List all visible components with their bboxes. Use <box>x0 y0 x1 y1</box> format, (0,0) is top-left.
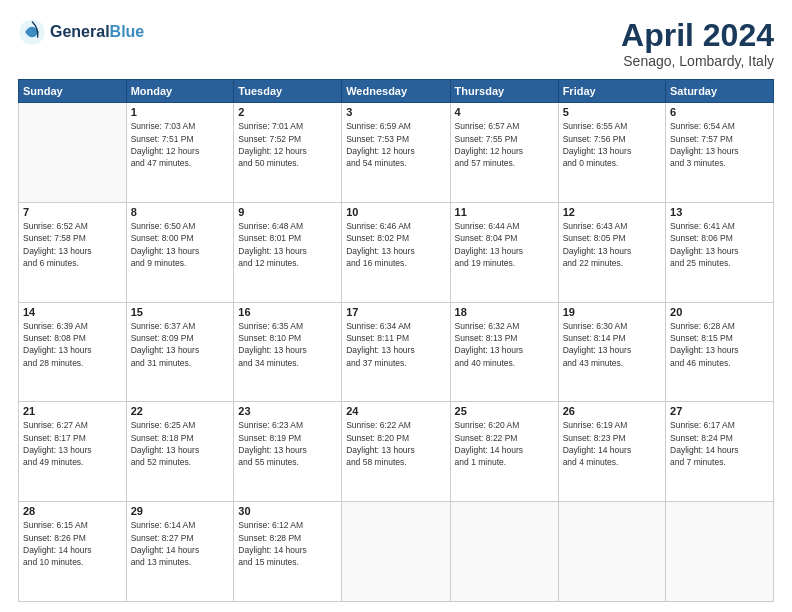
day-number: 2 <box>238 106 337 118</box>
day-info: Sunrise: 6:15 AMSunset: 8:26 PMDaylight:… <box>23 519 122 568</box>
calendar-cell: 1Sunrise: 7:03 AMSunset: 7:51 PMDaylight… <box>126 103 234 203</box>
logo: GeneralBlue <box>18 18 144 46</box>
col-wednesday: Wednesday <box>342 80 450 103</box>
calendar-cell: 19Sunrise: 6:30 AMSunset: 8:14 PMDayligh… <box>558 302 665 402</box>
day-number: 28 <box>23 505 122 517</box>
day-number: 3 <box>346 106 445 118</box>
day-number: 14 <box>23 306 122 318</box>
day-info: Sunrise: 6:19 AMSunset: 8:23 PMDaylight:… <box>563 419 661 468</box>
day-number: 22 <box>131 405 230 417</box>
week-row-2: 14Sunrise: 6:39 AMSunset: 8:08 PMDayligh… <box>19 302 774 402</box>
calendar-cell: 20Sunrise: 6:28 AMSunset: 8:15 PMDayligh… <box>666 302 774 402</box>
page: GeneralBlue April 2024 Senago, Lombardy,… <box>0 0 792 612</box>
calendar-cell: 15Sunrise: 6:37 AMSunset: 8:09 PMDayligh… <box>126 302 234 402</box>
col-tuesday: Tuesday <box>234 80 342 103</box>
calendar-header-row: Sunday Monday Tuesday Wednesday Thursday… <box>19 80 774 103</box>
day-number: 5 <box>563 106 661 118</box>
col-friday: Friday <box>558 80 665 103</box>
calendar-cell: 29Sunrise: 6:14 AMSunset: 8:27 PMDayligh… <box>126 502 234 602</box>
day-number: 17 <box>346 306 445 318</box>
day-info: Sunrise: 6:44 AMSunset: 8:04 PMDaylight:… <box>455 220 554 269</box>
calendar-cell: 7Sunrise: 6:52 AMSunset: 7:58 PMDaylight… <box>19 202 127 302</box>
calendar-cell: 13Sunrise: 6:41 AMSunset: 8:06 PMDayligh… <box>666 202 774 302</box>
day-number: 23 <box>238 405 337 417</box>
day-info: Sunrise: 6:25 AMSunset: 8:18 PMDaylight:… <box>131 419 230 468</box>
subtitle: Senago, Lombardy, Italy <box>621 53 774 69</box>
day-info: Sunrise: 6:20 AMSunset: 8:22 PMDaylight:… <box>455 419 554 468</box>
day-info: Sunrise: 6:46 AMSunset: 8:02 PMDaylight:… <box>346 220 445 269</box>
day-number: 29 <box>131 505 230 517</box>
day-number: 10 <box>346 206 445 218</box>
col-saturday: Saturday <box>666 80 774 103</box>
calendar-cell: 10Sunrise: 6:46 AMSunset: 8:02 PMDayligh… <box>342 202 450 302</box>
day-number: 21 <box>23 405 122 417</box>
calendar-cell <box>450 502 558 602</box>
day-info: Sunrise: 6:14 AMSunset: 8:27 PMDaylight:… <box>131 519 230 568</box>
calendar-cell: 21Sunrise: 6:27 AMSunset: 8:17 PMDayligh… <box>19 402 127 502</box>
col-sunday: Sunday <box>19 80 127 103</box>
day-info: Sunrise: 6:41 AMSunset: 8:06 PMDaylight:… <box>670 220 769 269</box>
title-block: April 2024 Senago, Lombardy, Italy <box>621 18 774 69</box>
calendar-cell: 14Sunrise: 6:39 AMSunset: 8:08 PMDayligh… <box>19 302 127 402</box>
day-number: 15 <box>131 306 230 318</box>
day-info: Sunrise: 7:01 AMSunset: 7:52 PMDaylight:… <box>238 120 337 169</box>
calendar-cell: 16Sunrise: 6:35 AMSunset: 8:10 PMDayligh… <box>234 302 342 402</box>
day-info: Sunrise: 6:27 AMSunset: 8:17 PMDaylight:… <box>23 419 122 468</box>
day-info: Sunrise: 7:03 AMSunset: 7:51 PMDaylight:… <box>131 120 230 169</box>
calendar-cell: 8Sunrise: 6:50 AMSunset: 8:00 PMDaylight… <box>126 202 234 302</box>
day-info: Sunrise: 6:55 AMSunset: 7:56 PMDaylight:… <box>563 120 661 169</box>
calendar-body: 1Sunrise: 7:03 AMSunset: 7:51 PMDaylight… <box>19 103 774 602</box>
calendar-cell: 18Sunrise: 6:32 AMSunset: 8:13 PMDayligh… <box>450 302 558 402</box>
day-number: 8 <box>131 206 230 218</box>
day-number: 26 <box>563 405 661 417</box>
day-info: Sunrise: 6:48 AMSunset: 8:01 PMDaylight:… <box>238 220 337 269</box>
day-info: Sunrise: 6:57 AMSunset: 7:55 PMDaylight:… <box>455 120 554 169</box>
calendar-cell: 11Sunrise: 6:44 AMSunset: 8:04 PMDayligh… <box>450 202 558 302</box>
day-info: Sunrise: 6:28 AMSunset: 8:15 PMDaylight:… <box>670 320 769 369</box>
week-row-1: 7Sunrise: 6:52 AMSunset: 7:58 PMDaylight… <box>19 202 774 302</box>
calendar-cell: 26Sunrise: 6:19 AMSunset: 8:23 PMDayligh… <box>558 402 665 502</box>
calendar-cell: 22Sunrise: 6:25 AMSunset: 8:18 PMDayligh… <box>126 402 234 502</box>
header: GeneralBlue April 2024 Senago, Lombardy,… <box>18 18 774 69</box>
day-info: Sunrise: 6:43 AMSunset: 8:05 PMDaylight:… <box>563 220 661 269</box>
day-number: 24 <box>346 405 445 417</box>
day-number: 12 <box>563 206 661 218</box>
day-number: 9 <box>238 206 337 218</box>
day-info: Sunrise: 6:50 AMSunset: 8:00 PMDaylight:… <box>131 220 230 269</box>
calendar-cell: 17Sunrise: 6:34 AMSunset: 8:11 PMDayligh… <box>342 302 450 402</box>
calendar-cell: 28Sunrise: 6:15 AMSunset: 8:26 PMDayligh… <box>19 502 127 602</box>
day-number: 1 <box>131 106 230 118</box>
col-monday: Monday <box>126 80 234 103</box>
calendar-cell: 12Sunrise: 6:43 AMSunset: 8:05 PMDayligh… <box>558 202 665 302</box>
week-row-3: 21Sunrise: 6:27 AMSunset: 8:17 PMDayligh… <box>19 402 774 502</box>
day-number: 25 <box>455 405 554 417</box>
month-title: April 2024 <box>621 18 774 53</box>
day-number: 11 <box>455 206 554 218</box>
day-number: 7 <box>23 206 122 218</box>
calendar-cell: 9Sunrise: 6:48 AMSunset: 8:01 PMDaylight… <box>234 202 342 302</box>
calendar-cell: 3Sunrise: 6:59 AMSunset: 7:53 PMDaylight… <box>342 103 450 203</box>
calendar-cell: 2Sunrise: 7:01 AMSunset: 7:52 PMDaylight… <box>234 103 342 203</box>
calendar-cell: 25Sunrise: 6:20 AMSunset: 8:22 PMDayligh… <box>450 402 558 502</box>
logo-icon <box>18 18 46 46</box>
day-info: Sunrise: 6:52 AMSunset: 7:58 PMDaylight:… <box>23 220 122 269</box>
day-number: 20 <box>670 306 769 318</box>
calendar-cell <box>558 502 665 602</box>
day-number: 18 <box>455 306 554 318</box>
day-info: Sunrise: 6:12 AMSunset: 8:28 PMDaylight:… <box>238 519 337 568</box>
calendar-cell: 30Sunrise: 6:12 AMSunset: 8:28 PMDayligh… <box>234 502 342 602</box>
day-number: 19 <box>563 306 661 318</box>
day-info: Sunrise: 6:59 AMSunset: 7:53 PMDaylight:… <box>346 120 445 169</box>
day-number: 6 <box>670 106 769 118</box>
calendar-cell: 27Sunrise: 6:17 AMSunset: 8:24 PMDayligh… <box>666 402 774 502</box>
day-number: 30 <box>238 505 337 517</box>
day-info: Sunrise: 6:39 AMSunset: 8:08 PMDaylight:… <box>23 320 122 369</box>
day-number: 13 <box>670 206 769 218</box>
day-info: Sunrise: 6:35 AMSunset: 8:10 PMDaylight:… <box>238 320 337 369</box>
day-info: Sunrise: 6:22 AMSunset: 8:20 PMDaylight:… <box>346 419 445 468</box>
day-info: Sunrise: 6:34 AMSunset: 8:11 PMDaylight:… <box>346 320 445 369</box>
day-info: Sunrise: 6:23 AMSunset: 8:19 PMDaylight:… <box>238 419 337 468</box>
day-number: 27 <box>670 405 769 417</box>
calendar-cell: 24Sunrise: 6:22 AMSunset: 8:20 PMDayligh… <box>342 402 450 502</box>
day-info: Sunrise: 6:54 AMSunset: 7:57 PMDaylight:… <box>670 120 769 169</box>
